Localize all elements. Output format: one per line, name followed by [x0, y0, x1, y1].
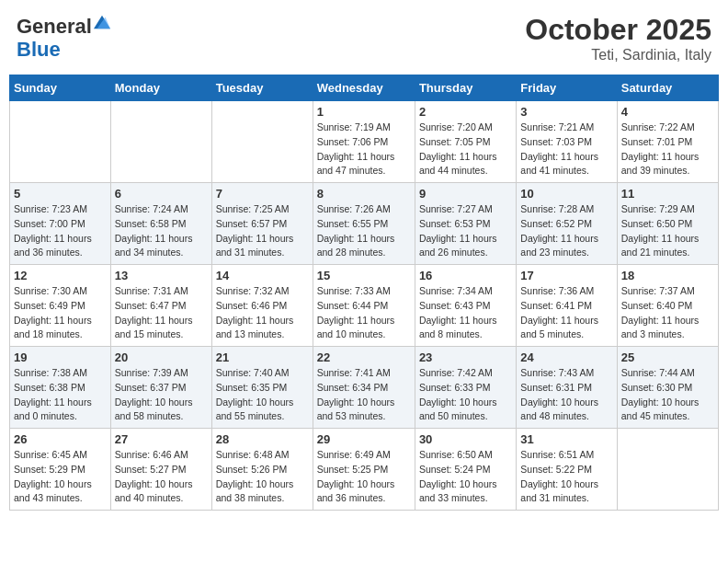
calendar-cell: 1Sunrise: 7:19 AMSunset: 7:06 PMDaylight…: [313, 101, 415, 183]
calendar-body: 1Sunrise: 7:19 AMSunset: 7:06 PMDaylight…: [10, 101, 719, 511]
calendar-cell: 16Sunrise: 7:34 AMSunset: 6:43 PMDayligh…: [415, 265, 516, 347]
calendar-cell: 21Sunrise: 7:40 AMSunset: 6:35 PMDayligh…: [211, 347, 313, 429]
day-number: 9: [419, 187, 512, 201]
day-number: 25: [621, 350, 714, 364]
calendar-cell: [211, 101, 313, 183]
day-info: Sunrise: 6:49 AMSunset: 5:25 PMDaylight:…: [317, 448, 411, 506]
day-number: 12: [14, 269, 107, 282]
logo-general-text: General: [17, 16, 92, 38]
day-header-friday: Friday: [517, 75, 617, 101]
day-info: Sunrise: 7:32 AMSunset: 6:46 PMDaylight:…: [216, 284, 309, 342]
day-info: Sunrise: 7:22 AMSunset: 7:01 PMDaylight:…: [621, 121, 714, 178]
day-headers-row: SundayMondayTuesdayWednesdayThursdayFrid…: [10, 75, 719, 101]
day-info: Sunrise: 7:38 AMSunset: 6:38 PMDaylight:…: [14, 366, 107, 424]
day-info: Sunrise: 6:51 AMSunset: 5:22 PMDaylight:…: [520, 448, 612, 506]
calendar-cell: [10, 101, 111, 183]
calendar-cell: 7Sunrise: 7:25 AMSunset: 6:57 PMDaylight…: [211, 183, 313, 265]
day-number: 30: [419, 432, 512, 446]
calendar-cell: 15Sunrise: 7:33 AMSunset: 6:44 PMDayligh…: [313, 265, 415, 347]
day-info: Sunrise: 6:48 AMSunset: 5:26 PMDaylight:…: [216, 448, 309, 506]
calendar-cell: 13Sunrise: 7:31 AMSunset: 6:47 PMDayligh…: [110, 265, 211, 347]
day-info: Sunrise: 7:31 AMSunset: 6:47 PMDaylight:…: [115, 284, 208, 342]
day-info: Sunrise: 7:40 AMSunset: 6:35 PMDaylight:…: [216, 366, 309, 424]
day-number: 22: [317, 350, 411, 364]
calendar-cell: 8Sunrise: 7:26 AMSunset: 6:55 PMDaylight…: [313, 183, 415, 265]
day-info: Sunrise: 7:36 AMSunset: 6:41 PMDaylight:…: [520, 284, 612, 342]
calendar-cell: 10Sunrise: 7:28 AMSunset: 6:52 PMDayligh…: [517, 183, 617, 265]
day-info: Sunrise: 7:43 AMSunset: 6:31 PMDaylight:…: [520, 366, 612, 424]
calendar-cell: 17Sunrise: 7:36 AMSunset: 6:41 PMDayligh…: [517, 265, 617, 347]
day-number: 18: [621, 269, 714, 282]
day-info: Sunrise: 7:27 AMSunset: 6:53 PMDaylight:…: [419, 202, 512, 260]
day-number: 5: [14, 187, 107, 201]
day-info: Sunrise: 6:46 AMSunset: 5:27 PMDaylight:…: [115, 448, 208, 506]
calendar-cell: 5Sunrise: 7:23 AMSunset: 7:00 PMDaylight…: [10, 183, 111, 265]
day-info: Sunrise: 7:44 AMSunset: 6:30 PMDaylight:…: [621, 366, 714, 424]
day-number: 26: [14, 432, 107, 446]
calendar-cell: 28Sunrise: 6:48 AMSunset: 5:26 PMDayligh…: [211, 429, 313, 511]
day-header-thursday: Thursday: [415, 75, 516, 101]
day-info: Sunrise: 7:24 AMSunset: 6:58 PMDaylight:…: [115, 202, 208, 260]
calendar-cell: 19Sunrise: 7:38 AMSunset: 6:38 PMDayligh…: [10, 347, 111, 429]
day-info: Sunrise: 7:19 AMSunset: 7:06 PMDaylight:…: [317, 121, 411, 178]
day-info: Sunrise: 7:30 AMSunset: 6:49 PMDaylight:…: [14, 284, 107, 342]
calendar-week-1: 5Sunrise: 7:23 AMSunset: 7:00 PMDaylight…: [10, 183, 719, 265]
day-header-monday: Monday: [110, 75, 211, 101]
calendar-cell: 22Sunrise: 7:41 AMSunset: 6:34 PMDayligh…: [313, 347, 415, 429]
day-header-sunday: Sunday: [10, 75, 111, 101]
month-title: October 2025: [525, 13, 711, 47]
day-number: 2: [419, 105, 512, 119]
calendar-cell: [110, 101, 211, 183]
day-info: Sunrise: 7:37 AMSunset: 6:40 PMDaylight:…: [621, 284, 714, 342]
day-info: Sunrise: 7:39 AMSunset: 6:37 PMDaylight:…: [115, 366, 208, 424]
calendar-cell: 30Sunrise: 6:50 AMSunset: 5:24 PMDayligh…: [415, 429, 516, 511]
title-block: October 2025 Teti, Sardinia, Italy: [525, 13, 711, 63]
calendar-cell: 4Sunrise: 7:22 AMSunset: 7:01 PMDaylight…: [617, 101, 718, 183]
calendar-cell: 11Sunrise: 7:29 AMSunset: 6:50 PMDayligh…: [617, 183, 718, 265]
header: General Blue October 2025 Teti, Sardinia…: [9, 9, 719, 67]
day-number: 6: [115, 187, 208, 201]
calendar-cell: 25Sunrise: 7:44 AMSunset: 6:30 PMDayligh…: [617, 347, 718, 429]
day-info: Sunrise: 7:42 AMSunset: 6:33 PMDaylight:…: [419, 366, 512, 424]
day-number: 27: [115, 432, 208, 446]
calendar-cell: [617, 429, 718, 511]
day-number: 31: [520, 432, 612, 446]
day-number: 10: [520, 187, 612, 201]
day-info: Sunrise: 7:20 AMSunset: 7:05 PMDaylight:…: [419, 121, 512, 178]
day-number: 13: [115, 269, 208, 282]
day-info: Sunrise: 7:25 AMSunset: 6:57 PMDaylight:…: [216, 202, 309, 260]
calendar-cell: 18Sunrise: 7:37 AMSunset: 6:40 PMDayligh…: [617, 265, 718, 347]
day-number: 15: [317, 269, 411, 282]
logo: General Blue: [17, 16, 112, 60]
calendar-cell: 27Sunrise: 6:46 AMSunset: 5:27 PMDayligh…: [110, 429, 211, 511]
calendar-cell: 6Sunrise: 7:24 AMSunset: 6:58 PMDaylight…: [110, 183, 211, 265]
calendar-week-4: 26Sunrise: 6:45 AMSunset: 5:29 PMDayligh…: [10, 429, 719, 511]
calendar-cell: 26Sunrise: 6:45 AMSunset: 5:29 PMDayligh…: [10, 429, 111, 511]
day-info: Sunrise: 7:21 AMSunset: 7:03 PMDaylight:…: [520, 121, 612, 178]
calendar-cell: 29Sunrise: 6:49 AMSunset: 5:25 PMDayligh…: [313, 429, 415, 511]
calendar-cell: 23Sunrise: 7:42 AMSunset: 6:33 PMDayligh…: [415, 347, 516, 429]
day-number: 3: [520, 105, 612, 119]
calendar-header: SundayMondayTuesdayWednesdayThursdayFrid…: [10, 75, 719, 101]
calendar-cell: 3Sunrise: 7:21 AMSunset: 7:03 PMDaylight…: [517, 101, 617, 183]
day-info: Sunrise: 7:34 AMSunset: 6:43 PMDaylight:…: [419, 284, 512, 342]
day-info: Sunrise: 7:28 AMSunset: 6:52 PMDaylight:…: [520, 202, 612, 260]
calendar-cell: 31Sunrise: 6:51 AMSunset: 5:22 PMDayligh…: [517, 429, 617, 511]
day-number: 29: [317, 432, 411, 446]
calendar-week-2: 12Sunrise: 7:30 AMSunset: 6:49 PMDayligh…: [10, 265, 719, 347]
day-number: 20: [115, 350, 208, 364]
calendar-cell: 20Sunrise: 7:39 AMSunset: 6:37 PMDayligh…: [110, 347, 211, 429]
day-number: 4: [621, 105, 714, 119]
day-info: Sunrise: 6:45 AMSunset: 5:29 PMDaylight:…: [14, 448, 107, 506]
day-info: Sunrise: 7:29 AMSunset: 6:50 PMDaylight:…: [621, 202, 714, 260]
day-header-wednesday: Wednesday: [313, 75, 415, 101]
calendar-cell: 24Sunrise: 7:43 AMSunset: 6:31 PMDayligh…: [517, 347, 617, 429]
day-number: 8: [317, 187, 411, 201]
day-info: Sunrise: 7:23 AMSunset: 7:00 PMDaylight:…: [14, 202, 107, 260]
day-number: 7: [216, 187, 309, 201]
day-number: 23: [419, 350, 512, 364]
day-number: 1: [317, 105, 411, 119]
location-title: Teti, Sardinia, Italy: [525, 47, 711, 63]
day-header-saturday: Saturday: [617, 75, 718, 101]
day-number: 24: [520, 350, 612, 364]
